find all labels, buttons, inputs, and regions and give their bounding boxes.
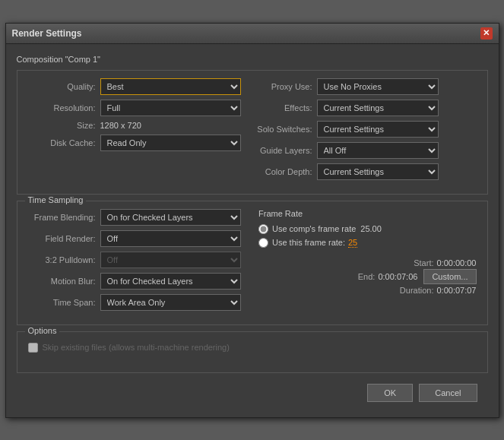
- frame-blending-row: Frame Blending: On for Checked Layers Of…: [28, 209, 246, 226]
- quality-row: Quality: Best Draft Wireframe: [28, 78, 249, 95]
- proxy-use-select[interactable]: Use No Proxies Use All Proxies Use Comp …: [317, 78, 439, 95]
- skip-existing-row: Skip existing files (allows multi-machin…: [28, 343, 477, 353]
- start-row: Start: 0:00:00:00: [258, 258, 477, 267]
- effects-label: Effects:: [256, 103, 317, 112]
- start-label: Start:: [414, 258, 433, 267]
- comp-rate-value: 25.00: [360, 224, 382, 233]
- guide-layers-label: Guide Layers:: [256, 146, 317, 155]
- pulldown-row: 3:2 Pulldown: Off: [28, 252, 246, 268]
- composition-label: Composition "Comp 1": [17, 55, 488, 64]
- effects-row: Effects: Current Settings All On All Off: [256, 100, 477, 116]
- proxy-use-row: Proxy Use: Use No Proxies Use All Proxie…: [256, 78, 477, 95]
- close-button[interactable]: ✕: [480, 27, 493, 40]
- time-info-block: Start: 0:00:00:00 End: 0:00:07:06 Custom…: [258, 258, 477, 295]
- disk-cache-select[interactable]: Read Only Current Settings Off: [100, 135, 241, 151]
- quality-select[interactable]: Best Draft Wireframe: [100, 78, 241, 95]
- quality-label: Quality:: [28, 82, 100, 91]
- left-column: Quality: Best Draft Wireframe Resolution…: [28, 78, 249, 185]
- time-span-row: Time Span: Work Area Only Length of Comp…: [28, 294, 246, 311]
- guide-layers-select[interactable]: All Off All On: [317, 142, 439, 159]
- effects-select[interactable]: Current Settings All On All Off: [317, 100, 439, 116]
- skip-existing-label: Skip existing files (allows multi-machin…: [43, 343, 230, 352]
- field-render-select[interactable]: Off Upper Field First Lower Field First: [100, 230, 241, 247]
- end-value: 0:00:07:06: [378, 272, 417, 281]
- frame-blending-label: Frame Blending:: [28, 213, 100, 222]
- duration-row: Duration: 0:00:07:07: [258, 286, 477, 295]
- frame-blending-select[interactable]: On for Checked Layers Off On for All Lay…: [100, 209, 241, 226]
- resolution-select[interactable]: Full Half Third Quarter: [100, 100, 241, 116]
- pulldown-label: 3:2 Pulldown:: [28, 255, 100, 264]
- options-label: Options: [25, 326, 60, 335]
- proxy-use-label: Proxy Use:: [256, 82, 317, 91]
- bottom-bar: OK Cancel: [17, 379, 488, 410]
- settings-columns: Quality: Best Draft Wireframe Resolution…: [28, 78, 477, 185]
- guide-layers-row: Guide Layers: All Off All On: [256, 142, 477, 159]
- time-sampling-label: Time Sampling: [25, 195, 87, 204]
- dialog-body: Composition "Comp 1" Quality: Best Draft…: [6, 44, 499, 417]
- end-label: End:: [358, 272, 376, 281]
- skip-existing-checkbox[interactable]: [28, 343, 38, 353]
- time-span-label: Time Span:: [28, 298, 100, 307]
- color-depth-select[interactable]: Current Settings 16 bits per channel 32 …: [317, 163, 439, 180]
- pulldown-select: Off: [100, 252, 241, 268]
- disk-cache-label: Disk Cache:: [28, 138, 100, 147]
- size-row: Size: 1280 x 720: [28, 121, 249, 130]
- time-right-column: Frame Rate Use comp's frame rate 25.00 U…: [255, 209, 477, 315]
- motion-blur-select[interactable]: On for Checked Layers Off On for All Lay…: [100, 273, 241, 290]
- resolution-label: Resolution:: [28, 103, 100, 112]
- field-render-label: Field Render:: [28, 234, 100, 243]
- duration-label: Duration:: [400, 286, 434, 295]
- frame-rate-title: Frame Rate: [258, 209, 477, 218]
- size-label: Size:: [28, 121, 100, 130]
- custom-frame-rate-value[interactable]: 25: [348, 238, 357, 248]
- use-this-frame-rate-label: Use this frame rate:: [272, 238, 345, 247]
- disk-cache-row: Disk Cache: Read Only Current Settings O…: [28, 135, 249, 151]
- time-sampling-section: Time Sampling Frame Blending: On for Che…: [17, 201, 488, 325]
- motion-blur-label: Motion Blur:: [28, 277, 100, 286]
- field-render-row: Field Render: Off Upper Field First Lowe…: [28, 230, 246, 247]
- custom-button[interactable]: Custom...: [423, 269, 476, 284]
- use-comp-frame-rate-radio[interactable]: [258, 224, 268, 234]
- use-this-frame-rate-row: Use this frame rate: 25: [258, 238, 477, 248]
- dialog-title: Render Settings: [12, 28, 82, 39]
- options-section: Options Skip existing files (allows mult…: [17, 331, 488, 373]
- solo-switches-row: Solo Switches: Current Settings All Off: [256, 121, 477, 138]
- time-sampling-columns: Frame Blending: On for Checked Layers Of…: [28, 209, 477, 315]
- time-span-select[interactable]: Work Area Only Length of Comp Custom: [100, 294, 241, 311]
- title-bar: Render Settings ✕: [6, 24, 499, 44]
- solo-switches-label: Solo Switches:: [256, 125, 317, 134]
- ok-button[interactable]: OK: [367, 384, 413, 402]
- use-this-frame-rate-radio[interactable]: [258, 238, 268, 248]
- right-column: Proxy Use: Use No Proxies Use All Proxie…: [256, 78, 477, 185]
- color-depth-row: Color Depth: Current Settings 16 bits pe…: [256, 163, 477, 180]
- cancel-button[interactable]: Cancel: [419, 384, 477, 402]
- solo-switches-select[interactable]: Current Settings All Off: [317, 121, 439, 138]
- time-left-column: Frame Blending: On for Checked Layers Of…: [28, 209, 246, 315]
- duration-value: 0:00:07:07: [437, 286, 477, 295]
- use-comp-frame-rate-row: Use comp's frame rate 25.00: [258, 224, 477, 234]
- render-settings-dialog: Render Settings ✕ Composition "Comp 1" Q…: [5, 23, 499, 418]
- end-row: End: 0:00:07:06 Custom...: [258, 269, 477, 284]
- composition-settings-section: Quality: Best Draft Wireframe Resolution…: [17, 70, 488, 195]
- use-comp-frame-rate-label: Use comp's frame rate: [272, 224, 356, 233]
- start-value: 0:00:00:00: [437, 258, 477, 267]
- size-value: 1280 x 720: [100, 121, 141, 130]
- motion-blur-row: Motion Blur: On for Checked Layers Off O…: [28, 273, 246, 290]
- resolution-row: Resolution: Full Half Third Quarter: [28, 100, 249, 116]
- color-depth-label: Color Depth:: [256, 167, 317, 176]
